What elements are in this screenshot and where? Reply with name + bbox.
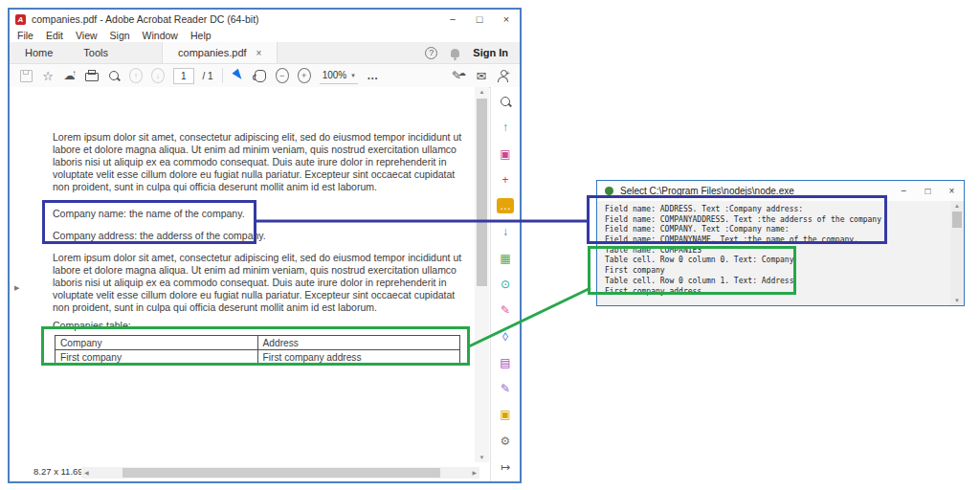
console-line: Field name: COMPANYADDRESS. Text :the ad… xyxy=(605,215,950,226)
table-row: First company First company address xyxy=(56,350,460,365)
console-line: Table name: COMPANIES xyxy=(605,246,950,256)
maximize-button[interactable]: □ xyxy=(466,13,493,25)
console-line: First company xyxy=(605,266,950,277)
next-page-icon[interactable]: ↓ xyxy=(151,68,165,83)
request-signatures-icon[interactable]: ↓ xyxy=(497,224,514,239)
sign-in-button[interactable]: Sign In xyxy=(473,47,508,58)
more-tools-icon[interactable]: ⚙ xyxy=(497,434,514,449)
console-line: Table cell. Row 0 column 0. Text: Compan… xyxy=(605,256,950,266)
console-title: Select C:\Program Files\nodejs\node.exe xyxy=(620,186,794,196)
console-window: Select C:\Program Files\nodejs\node.exe … xyxy=(596,180,965,306)
zoom-level-dropdown[interactable]: 100% ▾ xyxy=(320,68,358,84)
select-tool-icon[interactable] xyxy=(232,68,245,83)
table-cell-address: First company address xyxy=(257,350,460,365)
zoom-out-icon[interactable]: − xyxy=(276,68,289,83)
pen-cloud-glyph: ☁ xyxy=(458,69,466,78)
tab-bar: Home Tools companies.pdf × ? Sign In xyxy=(10,42,520,64)
protect-icon[interactable]: ◊ xyxy=(497,329,514,345)
pdf-company-address-line: Company address: the adderss of the comp… xyxy=(53,230,266,241)
cloud-arrow: ↑ xyxy=(73,69,77,78)
compress-pdf-icon[interactable]: ▤ xyxy=(497,355,514,370)
console-line: Table cell. Row 0 column 1. Text: Addres… xyxy=(605,277,950,287)
scroll-down-icon[interactable]: ▼ xyxy=(475,455,489,460)
console-minimize-button[interactable]: − xyxy=(892,186,916,196)
scroll-right-icon[interactable]: ▶ xyxy=(472,467,477,479)
zoom-in-icon[interactable]: + xyxy=(298,68,311,83)
comment-icon[interactable]: … xyxy=(497,198,514,213)
find-icon[interactable] xyxy=(107,68,121,83)
menu-item[interactable]: Sign xyxy=(110,30,130,41)
scroll-up-icon[interactable]: ▲ xyxy=(475,89,489,95)
zoom-level-value: 100% xyxy=(323,70,347,80)
pdf-vertical-scrollbar[interactable]: ▲ ▼ xyxy=(475,87,489,462)
hand-tool-icon[interactable] xyxy=(254,68,267,83)
pdf-horizontal-scrollbar[interactable]: ◀ ▶ xyxy=(81,467,479,479)
tab-close-icon[interactable]: × xyxy=(256,48,262,58)
console-output: Field name: ADDRESS. Text :Company addre… xyxy=(597,201,950,305)
expand-left-panel-icon[interactable]: ▶ xyxy=(14,284,19,292)
nodejs-icon xyxy=(605,187,613,195)
page-total-label: / 1 xyxy=(203,71,213,81)
share-cloud-icon[interactable]: ☁↑ xyxy=(63,68,77,83)
chevron-down-icon: ▾ xyxy=(351,72,355,79)
console-scroll-thumb[interactable] xyxy=(952,212,962,228)
toolbar-divider xyxy=(222,68,223,83)
close-button[interactable]: × xyxy=(493,13,520,25)
pdf-company-name-line: Company name: the name of the company. xyxy=(53,208,245,219)
acrobat-logo-icon: A xyxy=(15,14,26,25)
tab-document[interactable]: companies.pdf × xyxy=(162,42,278,63)
star-favorite-icon[interactable]: ☆ xyxy=(41,68,55,83)
previous-page-icon[interactable]: ↑ xyxy=(129,68,143,83)
console-maximize-button[interactable]: □ xyxy=(916,186,940,196)
send-mail-icon[interactable]: ✉ xyxy=(475,68,488,83)
export-pdf-icon[interactable]: ↑ xyxy=(497,120,514,135)
edit-pdf-icon[interactable]: ▣ xyxy=(497,146,514,162)
menu-bar: FileEditViewSignWindowHelp xyxy=(10,29,520,42)
console-line: Field name: COMPANY. Text :Company name: xyxy=(605,225,950,235)
copy-pages-icon[interactable]: ▣ xyxy=(497,407,514,422)
menu-item[interactable]: Window xyxy=(143,30,178,41)
console-line: Field name: ADDRESS. Text :Company addre… xyxy=(605,205,950,215)
organize-pages-icon[interactable]: ▦ xyxy=(497,251,514,266)
console-scrollbar[interactable]: ▲ ▼ xyxy=(950,201,964,305)
page-number-input[interactable]: 1 xyxy=(173,68,194,84)
tools-sidebar: ↑▣+…↓▦⊙✎◊▤✎▣⚙↦ xyxy=(490,87,520,481)
tab-document-label: companies.pdf xyxy=(178,47,247,58)
fill-sign-icon[interactable]: ✎ xyxy=(497,302,514,318)
table-header-address: Address xyxy=(257,336,460,350)
tab-tools[interactable]: Tools xyxy=(68,42,123,63)
minimize-button[interactable]: − xyxy=(439,13,466,25)
add-account-icon[interactable]: + xyxy=(497,68,510,83)
create-pdf-icon[interactable]: + xyxy=(497,172,514,188)
search-tools-icon[interactable] xyxy=(497,94,514,109)
toolbar: ☆ ☁↑ ↑ ↓ 1 / 1 − + 100% ▾ … ✎☁ ✉ + xyxy=(10,64,520,88)
save-icon[interactable] xyxy=(19,68,33,83)
menu-item[interactable]: View xyxy=(76,30,98,41)
pdf-paragraph-2: Lorem ipsum dolor sit amet, consectetur … xyxy=(53,252,468,314)
table-header-company: Company xyxy=(56,336,258,350)
table-cell-company: First company xyxy=(56,350,258,365)
horizontal-scroll-thumb[interactable] xyxy=(122,468,440,478)
sign-pen-icon[interactable]: ✎☁ xyxy=(452,68,466,83)
menu-item[interactable]: File xyxy=(17,30,33,41)
more-options-icon[interactable]: … xyxy=(367,68,380,83)
companies-table: Company Address First company First comp… xyxy=(55,335,460,365)
print-icon[interactable] xyxy=(85,68,99,83)
scroll-left-icon[interactable]: ◀ xyxy=(84,467,89,479)
vertical-scroll-thumb[interactable] xyxy=(477,99,487,286)
certificates-icon[interactable]: ✎ xyxy=(497,381,514,396)
tab-home[interactable]: Home xyxy=(10,42,68,63)
bell-icon[interactable] xyxy=(451,49,459,57)
menu-item[interactable]: Help xyxy=(190,30,212,41)
console-close-button[interactable]: × xyxy=(940,186,964,196)
help-icon[interactable]: ? xyxy=(425,47,437,59)
console-line: First company address xyxy=(605,287,950,298)
table-header-row: Company Address xyxy=(56,336,460,350)
menu-item[interactable]: Edit xyxy=(46,30,63,41)
pdf-paragraph-1: Lorem ipsum dolor sit amet, consectetur … xyxy=(53,131,468,193)
collapse-panel-icon[interactable]: ↦ xyxy=(497,459,514,475)
stamp-icon[interactable]: ⊙ xyxy=(497,277,514,292)
console-scroll-up-icon[interactable]: ▲ xyxy=(950,203,964,209)
console-scroll-down-icon[interactable]: ▼ xyxy=(950,298,964,303)
pdf-table-label: Companies table: xyxy=(53,320,131,331)
